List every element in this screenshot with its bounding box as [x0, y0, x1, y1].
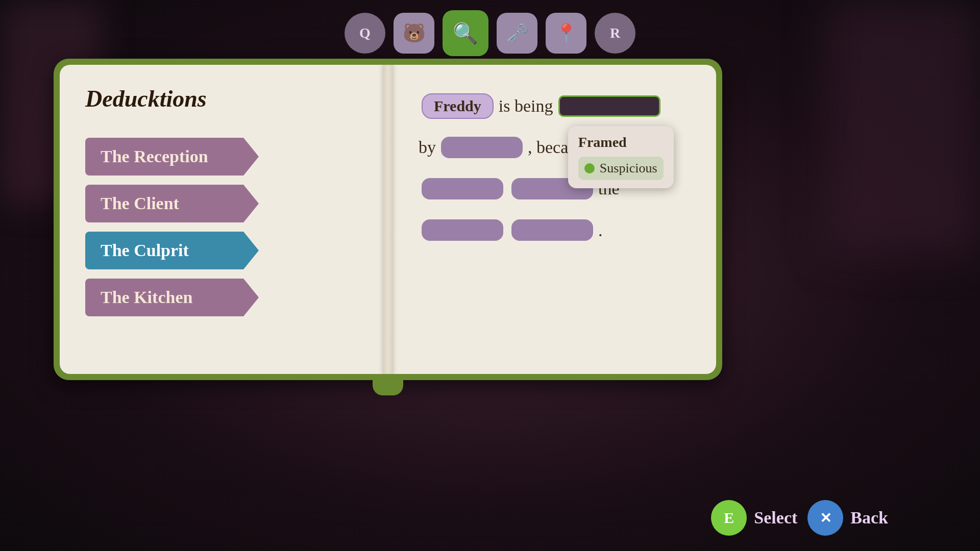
nav-key-tab[interactable]: 🗝️ [497, 13, 537, 54]
nav-q-button[interactable]: Q [345, 13, 385, 54]
key-icon: 🗝️ [506, 22, 529, 44]
back-label: Back [850, 508, 888, 528]
sentence-end: . [598, 215, 603, 246]
search-icon: 🔍 [453, 21, 478, 45]
chapter-item-culprit[interactable]: The Culprit [85, 232, 362, 269]
nav-bear-tab[interactable]: 🐻 [394, 13, 434, 54]
dropdown-selected-dot [584, 163, 595, 173]
blank-slot-4a[interactable] [422, 219, 503, 241]
nav-location-tab[interactable]: 📍 [546, 13, 586, 54]
dropdown-title: Framed [578, 134, 664, 151]
back-key-circle: ✕ [807, 500, 843, 536]
chapter-banner-culprit: The Culprit [85, 232, 259, 269]
book-spine [383, 65, 393, 374]
book-bottom-tab [373, 375, 403, 395]
bottom-buttons: E Select ✕ Back [711, 500, 888, 536]
book-outer: Deducktions The Reception The Client [54, 59, 722, 380]
dropdown-popup: Framed Suspicious [568, 126, 674, 188]
sentence-line-1: Freddy is being Framed Suspicious [419, 90, 685, 121]
bg-decoration-right [827, 0, 980, 255]
chapter-list: The Reception The Client The Culprit [85, 138, 362, 316]
left-page: Deducktions The Reception The Client [60, 65, 388, 374]
select-button[interactable]: E Select [711, 500, 797, 536]
nav-search-tab[interactable]: 🔍 [443, 10, 488, 56]
chapter-item-kitchen[interactable]: The Kitchen [85, 279, 362, 316]
blank-slot-action[interactable] [558, 95, 660, 117]
back-x-icon: ✕ [820, 510, 831, 527]
blank-slot-by[interactable] [441, 137, 523, 158]
location-icon: 📍 [555, 22, 578, 44]
page-title: Deducktions [85, 85, 362, 112]
right-page: Freddy is being Framed Suspicious [388, 65, 716, 374]
blank-slot-4b[interactable] [511, 219, 593, 241]
dropdown-item-suspicious[interactable]: Suspicious [578, 157, 664, 180]
book-inner: Deducktions The Reception The Client [60, 65, 716, 374]
chapter-item-client[interactable]: The Client [85, 185, 362, 222]
connector-by: by [419, 132, 436, 163]
chapter-banner-reception: The Reception [85, 138, 259, 176]
nav-r-button[interactable]: R [595, 13, 635, 54]
chapter-banner-client: The Client [85, 185, 259, 222]
book-container: Deducktions The Reception The Client [54, 59, 722, 380]
blank-slot-wrapper[interactable]: Framed Suspicious [555, 95, 664, 117]
top-nav: Q 🐻 🔍 🗝️ 📍 R [345, 10, 635, 56]
chapter-banner-kitchen: The Kitchen [85, 279, 259, 316]
sentence-line-4: . [419, 215, 685, 246]
connector-text-1: is being [499, 90, 553, 121]
back-button[interactable]: ✕ Back [807, 500, 888, 536]
select-label: Select [754, 508, 797, 528]
blank-slot-3a[interactable] [422, 178, 503, 199]
chapter-item-reception[interactable]: The Reception [85, 138, 362, 176]
dropdown-suspicious-label: Suspicious [600, 161, 657, 176]
select-key-circle: E [711, 500, 747, 536]
name-badge: Freddy [422, 93, 494, 119]
bear-icon: 🐻 [403, 22, 426, 44]
